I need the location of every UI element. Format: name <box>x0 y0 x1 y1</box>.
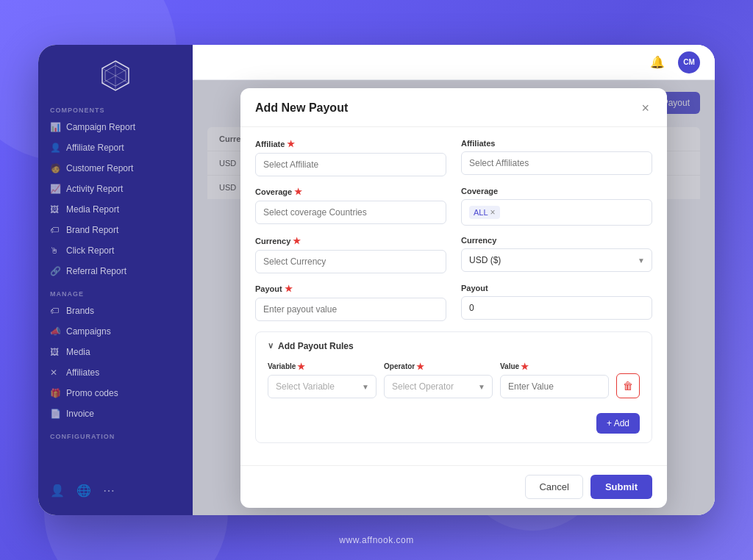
all-coverage-tag: ALL × <box>469 206 500 219</box>
value-required: ★ <box>521 362 529 372</box>
affiliate-required: ★ <box>287 139 295 149</box>
user-settings-icon[interactable]: 👤 <box>50 484 65 498</box>
coverage-right-col: Coverage ALL × <box>461 187 652 226</box>
sidebar-logo <box>38 45 193 101</box>
affiliate-row: Affiliate ★ Affiliates <box>255 139 652 176</box>
sidebar-item-click-report[interactable]: 🖱 Click Report <box>38 240 193 261</box>
main-body: + Add New Payout Currency Cove USD A USD… <box>193 80 715 515</box>
footer-url: www.affnook.com <box>339 535 413 545</box>
coverage-input[interactable] <box>255 201 446 224</box>
variable-required: ★ <box>297 362 305 372</box>
operator-label: Operator ★ <box>384 362 493 372</box>
payout-value-input[interactable] <box>461 296 652 320</box>
media2-icon: 🖼 <box>50 347 60 357</box>
reports-section-label: COMPONENTS <box>38 101 193 117</box>
add-payout-modal: Add New Payout × Affiliate ★ <box>240 88 667 508</box>
operator-required: ★ <box>416 362 424 372</box>
payout-left-label: Payout ★ <box>255 284 446 294</box>
promo-icon: 🎁 <box>50 388 60 398</box>
user-icon: 👤 <box>50 143 60 153</box>
modal-close-button[interactable]: × <box>638 100 652 116</box>
value-label: Value ★ <box>500 362 609 372</box>
payout-right-label: Payout <box>461 284 652 292</box>
coverage-tag-field[interactable]: ALL × <box>461 199 652 226</box>
config-section-label: CONFIGURATION <box>38 424 193 443</box>
currency-select-wrapper: USD ($) ▼ <box>461 248 652 272</box>
sidebar-item-invoice[interactable]: 📄 Invoice <box>38 403 193 424</box>
modal-header: Add New Payout × <box>240 88 667 127</box>
affiliates-label: Affiliates <box>461 139 652 148</box>
coverage-left-label: Coverage ★ <box>255 187 446 197</box>
brand-icon: 🏷 <box>50 225 60 235</box>
value-input[interactable] <box>500 375 609 398</box>
sidebar-item-brand-report[interactable]: 🏷 Brand Report <box>38 220 193 240</box>
payout-required: ★ <box>285 284 293 294</box>
value-col: Value ★ <box>500 362 609 398</box>
currency-row: Currency ★ Currency <box>255 236 652 273</box>
payout-right-col: Payout <box>461 284 652 321</box>
sidebar-item-media-report[interactable]: 🖼 Media Report <box>38 199 193 220</box>
affiliates-icon: ✕ <box>50 367 60 378</box>
globe-icon[interactable]: 🌐 <box>76 484 91 498</box>
operator-col: Operator ★ Select Operator ▼ <box>384 362 493 398</box>
payout-left-col: Payout ★ <box>255 284 446 321</box>
modal-body: Affiliate ★ Affiliates <box>240 127 667 465</box>
affiliate-label: Affiliate ★ <box>255 139 446 149</box>
sidebar-item-media[interactable]: 🖼 Media <box>38 342 193 362</box>
payout-rules-toggle[interactable]: ∨ Add Payout Rules <box>268 341 640 351</box>
invoice-icon: 📄 <box>50 409 60 419</box>
currency-required: ★ <box>293 236 301 246</box>
activity-icon: 📈 <box>50 184 60 194</box>
sidebar-item-campaign-report[interactable]: 📊 Campaign Report <box>38 117 193 137</box>
campaigns-icon: 📣 <box>50 326 60 337</box>
variable-select[interactable]: Select Variable <box>268 375 376 398</box>
submit-button[interactable]: Submit <box>590 475 652 499</box>
customer-icon: 🧑 <box>50 163 60 173</box>
operator-select-wrapper: Select Operator ▼ <box>384 375 493 398</box>
operator-select[interactable]: Select Operator <box>384 375 493 398</box>
user-avatar[interactable]: CM <box>678 51 700 73</box>
sidebar-item-customer-report[interactable]: 🧑 Customer Report <box>38 158 193 179</box>
sidebar-item-brands[interactable]: 🏷 Brands <box>38 301 193 321</box>
main-header: 🔔 CM <box>193 45 715 80</box>
notification-bell[interactable]: 🔔 <box>646 51 669 74</box>
currency-select[interactable]: USD ($) <box>461 248 652 272</box>
trash-icon: 🗑 <box>623 380 633 392</box>
payout-input[interactable] <box>255 298 446 321</box>
sidebar-item-affiliate-report[interactable]: 👤 Affiliate Report <box>38 137 193 158</box>
payout-rules-section: ∨ Add Payout Rules Variable ★ <box>255 331 652 443</box>
coverage-right-label: Coverage <box>461 187 652 195</box>
affiliates-col: Affiliates <box>461 139 652 176</box>
sidebar: COMPONENTS 📊 Campaign Report 👤 Affiliate… <box>38 45 193 515</box>
add-rule-button[interactable]: + Add <box>596 413 640 434</box>
modal-footer: Cancel Submit <box>240 465 667 508</box>
currency-left-col: Currency ★ <box>255 236 446 273</box>
currency-right-label: Currency <box>461 236 652 245</box>
coverage-required: ★ <box>294 187 302 197</box>
variable-col: Variable ★ Select Variable ▼ <box>268 362 376 398</box>
main-content: 🔔 CM + Add New Payout Currency Cove USD … <box>193 45 715 515</box>
sidebar-item-promo-codes[interactable]: 🎁 Promo codes <box>38 383 193 403</box>
chevron-down-icon: ∨ <box>268 341 274 351</box>
remove-all-tag[interactable]: × <box>490 207 496 218</box>
affiliate-input[interactable] <box>255 153 446 176</box>
affiliate-col: Affiliate ★ <box>255 139 446 176</box>
currency-input[interactable] <box>255 250 446 273</box>
sidebar-bottom-actions: 👤 🌐 ⋯ <box>38 478 193 503</box>
currency-left-label: Currency ★ <box>255 236 446 246</box>
variable-select-wrapper: Select Variable ▼ <box>268 375 376 398</box>
manage-section-label: MANAGE <box>38 281 193 301</box>
sidebar-item-activity-report[interactable]: 📈 Activity Report <box>38 179 193 199</box>
rules-form-row: Variable ★ Select Variable ▼ <box>268 362 640 398</box>
cancel-button[interactable]: Cancel <box>525 475 582 499</box>
sidebar-item-referral-report[interactable]: 🔗 Referral Report <box>38 261 193 281</box>
click-icon: 🖱 <box>50 245 60 256</box>
sidebar-item-affiliates[interactable]: ✕ Affiliates <box>38 362 193 383</box>
affiliates-input[interactable] <box>461 151 652 175</box>
delete-col: 🗑 <box>616 373 640 398</box>
more-options-icon[interactable]: ⋯ <box>103 484 115 498</box>
modal-overlay: Add New Payout × Affiliate ★ <box>193 80 715 515</box>
brands-icon: 🏷 <box>50 306 60 316</box>
sidebar-item-campaigns[interactable]: 📣 Campaigns <box>38 321 193 342</box>
delete-rule-button[interactable]: 🗑 <box>616 373 640 398</box>
